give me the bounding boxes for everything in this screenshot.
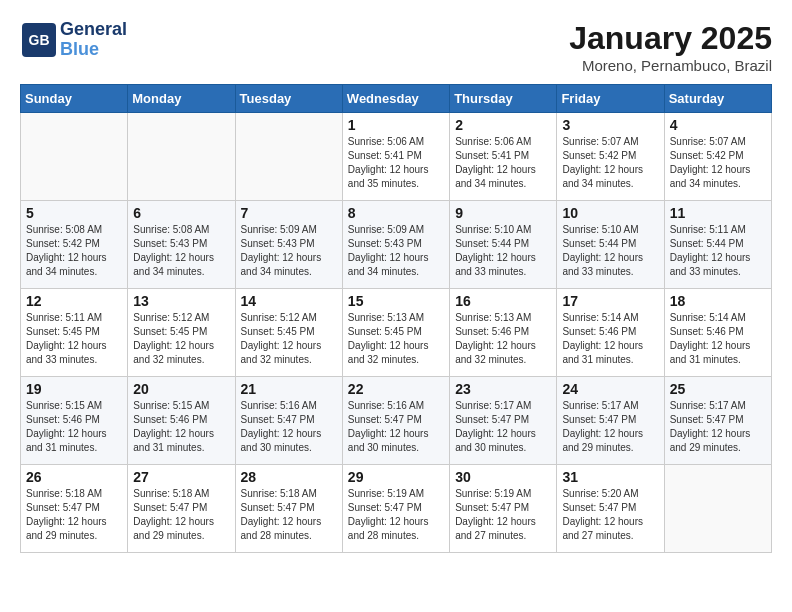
day-number: 24 xyxy=(562,381,658,397)
day-number: 9 xyxy=(455,205,551,221)
calendar-cell: 10Sunrise: 5:10 AM Sunset: 5:44 PM Dayli… xyxy=(557,201,664,289)
day-number: 8 xyxy=(348,205,444,221)
day-info: Sunrise: 5:06 AM Sunset: 5:41 PM Dayligh… xyxy=(348,135,444,191)
day-number: 16 xyxy=(455,293,551,309)
day-info: Sunrise: 5:16 AM Sunset: 5:47 PM Dayligh… xyxy=(241,399,337,455)
day-info: Sunrise: 5:17 AM Sunset: 5:47 PM Dayligh… xyxy=(455,399,551,455)
day-info: Sunrise: 5:10 AM Sunset: 5:44 PM Dayligh… xyxy=(455,223,551,279)
calendar-cell: 16Sunrise: 5:13 AM Sunset: 5:46 PM Dayli… xyxy=(450,289,557,377)
calendar-cell: 30Sunrise: 5:19 AM Sunset: 5:47 PM Dayli… xyxy=(450,465,557,553)
calendar-cell: 26Sunrise: 5:18 AM Sunset: 5:47 PM Dayli… xyxy=(21,465,128,553)
day-info: Sunrise: 5:14 AM Sunset: 5:46 PM Dayligh… xyxy=(670,311,766,367)
day-number: 18 xyxy=(670,293,766,309)
header-sunday: Sunday xyxy=(21,85,128,113)
day-info: Sunrise: 5:20 AM Sunset: 5:47 PM Dayligh… xyxy=(562,487,658,543)
day-number: 7 xyxy=(241,205,337,221)
day-number: 26 xyxy=(26,469,122,485)
day-number: 6 xyxy=(133,205,229,221)
day-info: Sunrise: 5:13 AM Sunset: 5:46 PM Dayligh… xyxy=(455,311,551,367)
title-section: January 2025 Moreno, Pernambuco, Brazil xyxy=(569,20,772,74)
day-info: Sunrise: 5:06 AM Sunset: 5:41 PM Dayligh… xyxy=(455,135,551,191)
calendar-cell: 7Sunrise: 5:09 AM Sunset: 5:43 PM Daylig… xyxy=(235,201,342,289)
svg-text:GB: GB xyxy=(29,32,50,48)
day-info: Sunrise: 5:15 AM Sunset: 5:46 PM Dayligh… xyxy=(133,399,229,455)
day-info: Sunrise: 5:18 AM Sunset: 5:47 PM Dayligh… xyxy=(241,487,337,543)
header-monday: Monday xyxy=(128,85,235,113)
day-info: Sunrise: 5:17 AM Sunset: 5:47 PM Dayligh… xyxy=(670,399,766,455)
calendar-cell xyxy=(21,113,128,201)
calendar-cell: 25Sunrise: 5:17 AM Sunset: 5:47 PM Dayli… xyxy=(664,377,771,465)
calendar-subtitle: Moreno, Pernambuco, Brazil xyxy=(569,57,772,74)
day-number: 22 xyxy=(348,381,444,397)
day-number: 14 xyxy=(241,293,337,309)
calendar-cell: 4Sunrise: 5:07 AM Sunset: 5:42 PM Daylig… xyxy=(664,113,771,201)
day-info: Sunrise: 5:16 AM Sunset: 5:47 PM Dayligh… xyxy=(348,399,444,455)
calendar-cell: 14Sunrise: 5:12 AM Sunset: 5:45 PM Dayli… xyxy=(235,289,342,377)
header-row: Sunday Monday Tuesday Wednesday Thursday… xyxy=(21,85,772,113)
calendar-cell: 24Sunrise: 5:17 AM Sunset: 5:47 PM Dayli… xyxy=(557,377,664,465)
calendar-cell: 13Sunrise: 5:12 AM Sunset: 5:45 PM Dayli… xyxy=(128,289,235,377)
day-info: Sunrise: 5:11 AM Sunset: 5:44 PM Dayligh… xyxy=(670,223,766,279)
day-info: Sunrise: 5:09 AM Sunset: 5:43 PM Dayligh… xyxy=(348,223,444,279)
day-number: 4 xyxy=(670,117,766,133)
day-number: 15 xyxy=(348,293,444,309)
calendar-cell: 20Sunrise: 5:15 AM Sunset: 5:46 PM Dayli… xyxy=(128,377,235,465)
calendar-body: 1Sunrise: 5:06 AM Sunset: 5:41 PM Daylig… xyxy=(21,113,772,553)
calendar-cell: 15Sunrise: 5:13 AM Sunset: 5:45 PM Dayli… xyxy=(342,289,449,377)
day-number: 21 xyxy=(241,381,337,397)
day-number: 2 xyxy=(455,117,551,133)
calendar-cell: 3Sunrise: 5:07 AM Sunset: 5:42 PM Daylig… xyxy=(557,113,664,201)
day-info: Sunrise: 5:12 AM Sunset: 5:45 PM Dayligh… xyxy=(241,311,337,367)
week-row-3: 12Sunrise: 5:11 AM Sunset: 5:45 PM Dayli… xyxy=(21,289,772,377)
calendar-cell: 22Sunrise: 5:16 AM Sunset: 5:47 PM Dayli… xyxy=(342,377,449,465)
calendar-cell: 29Sunrise: 5:19 AM Sunset: 5:47 PM Dayli… xyxy=(342,465,449,553)
logo-line1: General xyxy=(60,20,127,40)
calendar-cell: 1Sunrise: 5:06 AM Sunset: 5:41 PM Daylig… xyxy=(342,113,449,201)
day-number: 19 xyxy=(26,381,122,397)
calendar-cell xyxy=(664,465,771,553)
calendar-cell: 27Sunrise: 5:18 AM Sunset: 5:47 PM Dayli… xyxy=(128,465,235,553)
day-info: Sunrise: 5:19 AM Sunset: 5:47 PM Dayligh… xyxy=(455,487,551,543)
week-row-5: 26Sunrise: 5:18 AM Sunset: 5:47 PM Dayli… xyxy=(21,465,772,553)
day-number: 20 xyxy=(133,381,229,397)
calendar-title: January 2025 xyxy=(569,20,772,57)
calendar-header: Sunday Monday Tuesday Wednesday Thursday… xyxy=(21,85,772,113)
calendar-cell: 19Sunrise: 5:15 AM Sunset: 5:46 PM Dayli… xyxy=(21,377,128,465)
header-saturday: Saturday xyxy=(664,85,771,113)
day-number: 28 xyxy=(241,469,337,485)
calendar-cell: 21Sunrise: 5:16 AM Sunset: 5:47 PM Dayli… xyxy=(235,377,342,465)
day-info: Sunrise: 5:09 AM Sunset: 5:43 PM Dayligh… xyxy=(241,223,337,279)
day-info: Sunrise: 5:07 AM Sunset: 5:42 PM Dayligh… xyxy=(562,135,658,191)
calendar-cell: 12Sunrise: 5:11 AM Sunset: 5:45 PM Dayli… xyxy=(21,289,128,377)
week-row-2: 5Sunrise: 5:08 AM Sunset: 5:42 PM Daylig… xyxy=(21,201,772,289)
day-info: Sunrise: 5:10 AM Sunset: 5:44 PM Dayligh… xyxy=(562,223,658,279)
day-number: 25 xyxy=(670,381,766,397)
day-info: Sunrise: 5:14 AM Sunset: 5:46 PM Dayligh… xyxy=(562,311,658,367)
day-number: 31 xyxy=(562,469,658,485)
calendar-cell: 17Sunrise: 5:14 AM Sunset: 5:46 PM Dayli… xyxy=(557,289,664,377)
day-number: 13 xyxy=(133,293,229,309)
calendar-cell: 9Sunrise: 5:10 AM Sunset: 5:44 PM Daylig… xyxy=(450,201,557,289)
day-info: Sunrise: 5:18 AM Sunset: 5:47 PM Dayligh… xyxy=(133,487,229,543)
day-info: Sunrise: 5:07 AM Sunset: 5:42 PM Dayligh… xyxy=(670,135,766,191)
header-tuesday: Tuesday xyxy=(235,85,342,113)
day-number: 5 xyxy=(26,205,122,221)
day-info: Sunrise: 5:17 AM Sunset: 5:47 PM Dayligh… xyxy=(562,399,658,455)
day-info: Sunrise: 5:12 AM Sunset: 5:45 PM Dayligh… xyxy=(133,311,229,367)
header-thursday: Thursday xyxy=(450,85,557,113)
logo-line2: Blue xyxy=(60,40,127,60)
header-friday: Friday xyxy=(557,85,664,113)
day-info: Sunrise: 5:18 AM Sunset: 5:47 PM Dayligh… xyxy=(26,487,122,543)
day-number: 3 xyxy=(562,117,658,133)
header-wednesday: Wednesday xyxy=(342,85,449,113)
day-number: 29 xyxy=(348,469,444,485)
day-number: 27 xyxy=(133,469,229,485)
calendar-cell: 31Sunrise: 5:20 AM Sunset: 5:47 PM Dayli… xyxy=(557,465,664,553)
day-info: Sunrise: 5:08 AM Sunset: 5:42 PM Dayligh… xyxy=(26,223,122,279)
day-info: Sunrise: 5:13 AM Sunset: 5:45 PM Dayligh… xyxy=(348,311,444,367)
calendar-cell xyxy=(128,113,235,201)
calendar-cell: 11Sunrise: 5:11 AM Sunset: 5:44 PM Dayli… xyxy=(664,201,771,289)
day-info: Sunrise: 5:11 AM Sunset: 5:45 PM Dayligh… xyxy=(26,311,122,367)
calendar-cell: 28Sunrise: 5:18 AM Sunset: 5:47 PM Dayli… xyxy=(235,465,342,553)
calendar-cell: 8Sunrise: 5:09 AM Sunset: 5:43 PM Daylig… xyxy=(342,201,449,289)
